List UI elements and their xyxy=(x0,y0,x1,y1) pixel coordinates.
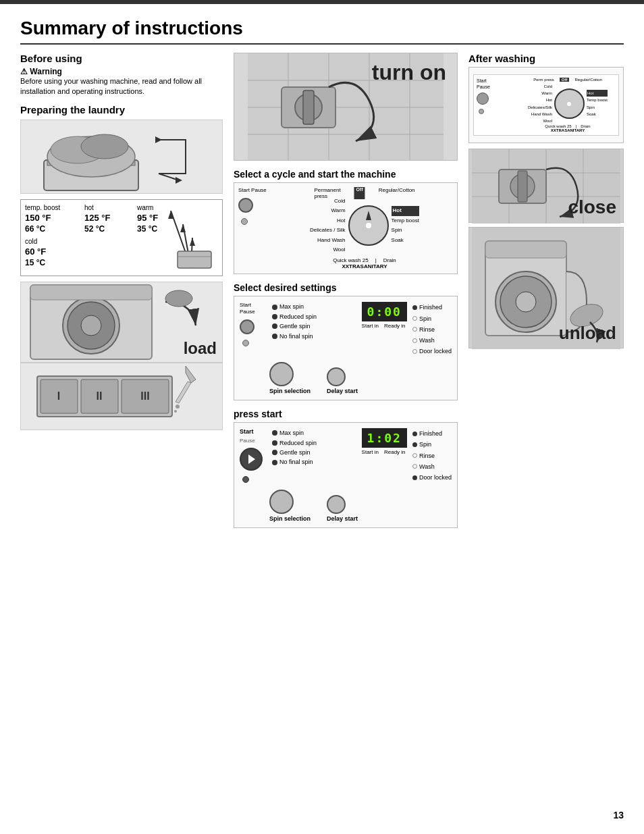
warning-text: Before using your washing machine, read … xyxy=(20,76,223,97)
display-value: 0:00 xyxy=(362,302,407,321)
ps-status-rinse: Rinse xyxy=(412,450,452,461)
mini-control-panel: Start Pause Perm press Off Regular/Cotto… xyxy=(473,74,619,136)
status-rinse: Rinse xyxy=(412,324,452,335)
warm-label: warm xyxy=(137,204,158,211)
after-washing-title: After washing xyxy=(468,53,624,64)
ps-dot-rinse xyxy=(412,453,417,458)
spin-dot-reduced xyxy=(272,314,277,319)
mini-left: Start Pause xyxy=(477,78,517,132)
start-button-small[interactable] xyxy=(238,198,253,213)
spin-item-reduced: Reduced spin xyxy=(272,312,356,321)
svg-point-18 xyxy=(81,315,101,336)
main-dial[interactable] xyxy=(348,205,389,246)
svg-point-21 xyxy=(165,290,192,307)
ps-dot-spin xyxy=(412,442,417,447)
svg-rect-19 xyxy=(30,285,152,300)
middle-column: turn on Select a cycle and start the mac… xyxy=(234,53,458,528)
hot-f: 125 °F xyxy=(84,213,132,223)
press-start-inner: Start Pause Max spin xyxy=(240,428,452,484)
turn-on-box: turn on xyxy=(234,53,458,161)
dot-spin xyxy=(412,316,417,321)
indicator-light xyxy=(241,218,248,225)
mini-right-labels: Hot Temp boost Spin Soak xyxy=(587,90,608,118)
ps-spin-knob[interactable] xyxy=(269,490,294,514)
spin-item-max: Max spin xyxy=(272,302,356,311)
warning-box: ⚠ Warning Before using your washing mach… xyxy=(20,67,223,97)
select-cycle-title: Select a cycle and start the machine xyxy=(234,169,458,180)
mini-start-btn[interactable] xyxy=(477,93,489,105)
status-spin: Spin xyxy=(412,313,452,324)
cold-label: cold xyxy=(25,238,46,245)
svg-rect-41 xyxy=(303,90,314,124)
temp-boost-label: temp. boost xyxy=(25,204,79,211)
mini-start-pause: Start Pause xyxy=(477,78,517,90)
mini-indicator xyxy=(479,109,484,114)
spin-selection-label: Spin selection xyxy=(269,388,311,394)
settings-start-button[interactable] xyxy=(240,319,254,334)
load-illustration: load xyxy=(20,282,223,363)
ps-dot-nofinal xyxy=(272,460,277,465)
after-washing-panel: Start Pause Perm press Off Regular/Cotto… xyxy=(468,67,624,143)
svg-marker-10 xyxy=(180,224,186,232)
warning-label: ⚠ Warning xyxy=(20,67,223,76)
spin-dot-max xyxy=(272,305,277,310)
ps-dot-wash xyxy=(412,464,417,469)
ps-spin-selection-label: Spin selection xyxy=(269,515,311,522)
unload-text: unload xyxy=(559,323,616,344)
preparing-title: Preparing the laundry xyxy=(20,104,223,115)
ps-delay-knob[interactable] xyxy=(327,495,346,514)
spin-item-gentle: Gentle spin xyxy=(272,321,356,331)
ps-delay-knob-area: Delay start xyxy=(327,495,358,522)
start-pause-label: Start Pause xyxy=(238,187,272,194)
dot-door-locked xyxy=(412,349,417,354)
dial-left-panel: Start Pause xyxy=(238,187,272,226)
delay-start-label: Delay start xyxy=(327,388,358,394)
cold-f: 60 °F xyxy=(25,246,46,257)
start-button-large[interactable] xyxy=(240,448,263,471)
ps-status-list: Finished Spin Rinse Wash xyxy=(412,428,452,483)
spin-dot-nofinal xyxy=(272,334,277,339)
close-illustration: close xyxy=(468,149,624,223)
cold-c: 15 °C xyxy=(25,258,46,267)
ps-status-door-locked: Door locked xyxy=(412,472,452,483)
delay-knob[interactable] xyxy=(327,367,346,386)
dot-rinse xyxy=(412,327,417,332)
laundry-illustration xyxy=(20,120,223,194)
load-text: load xyxy=(184,339,217,358)
svg-marker-6 xyxy=(176,177,182,184)
start-ready-labels: Start in Ready in xyxy=(362,323,407,329)
settings-panel: Start Pause Max spin xyxy=(234,296,458,400)
spin-max-label: Max spin xyxy=(279,302,304,311)
settings-left: Start Pause xyxy=(240,302,267,347)
ps-spin-knob-area: Spin selection xyxy=(269,490,311,522)
hot-label: hot xyxy=(84,204,132,211)
spin-dot-gentle xyxy=(272,323,277,329)
svg-point-29 xyxy=(176,405,180,409)
dot-wash xyxy=(412,338,417,343)
left-cycle-labels: Cold Warm Hot Delicates / Silk Hand Wash… xyxy=(310,197,345,255)
svg-point-4 xyxy=(81,134,128,159)
pause-label: Pause xyxy=(240,438,267,444)
press-start-left: Start Pause xyxy=(240,428,267,484)
ps-spin-gentle: Gentle spin xyxy=(272,448,356,457)
settings-start-pause: Start Pause xyxy=(240,302,267,315)
spin-knob-area: Spin selection xyxy=(269,362,311,394)
mini-main-dial[interactable] xyxy=(554,88,585,119)
ps-status-finished: Finished xyxy=(412,428,452,439)
status-finished: Finished xyxy=(412,302,452,313)
right-column: After washing Start Pause xyxy=(468,53,624,348)
svg-text:II: II xyxy=(97,390,103,402)
svg-text:III: III xyxy=(140,390,149,402)
temperature-section: temp. boost 150 °F 66 °C hot 125 °F 52 °… xyxy=(20,199,223,276)
svg-rect-13 xyxy=(178,251,211,268)
detergent-svg: I II III xyxy=(24,363,219,430)
mini-xxtra: XXTRASANITARY xyxy=(551,128,585,132)
knobs-row: Spin selection Delay start xyxy=(240,362,452,394)
page-number: 13 xyxy=(613,810,624,820)
ps-dot-max xyxy=(272,430,277,436)
ps-spin-nofinal: No final spin xyxy=(272,457,356,467)
spin-knob[interactable] xyxy=(269,362,294,386)
ps-dot-reduced xyxy=(272,440,277,446)
ps-spin-max: Max spin xyxy=(272,428,356,438)
settings-inner: Start Pause Max spin xyxy=(240,302,452,357)
